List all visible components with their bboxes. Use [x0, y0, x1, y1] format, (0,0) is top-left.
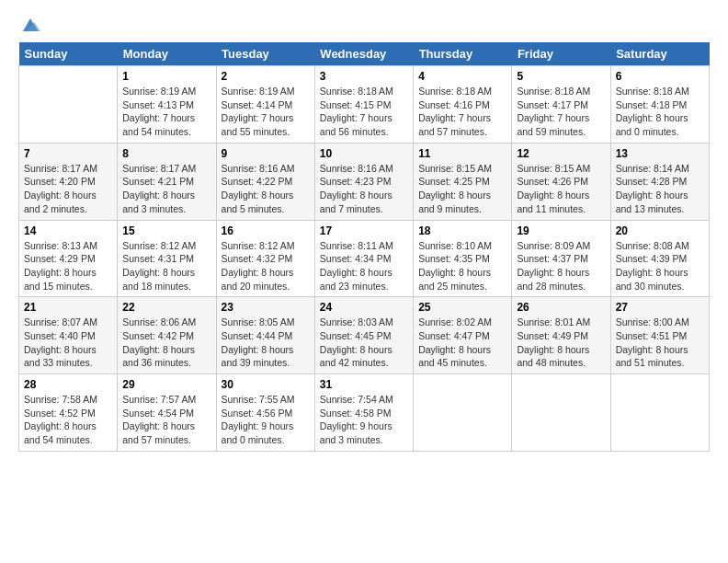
day-info: Sunrise: 8:08 AMSunset: 4:39 PMDaylight:… [616, 239, 704, 293]
day-number: 17 [320, 224, 408, 237]
day-info: Sunrise: 8:02 AMSunset: 4:47 PMDaylight:… [418, 316, 506, 370]
day-info: Sunrise: 7:54 AMSunset: 4:58 PMDaylight:… [320, 393, 408, 447]
calendar-cell: 25Sunrise: 8:02 AMSunset: 4:47 PMDayligh… [414, 297, 512, 374]
day-number: 25 [418, 301, 506, 314]
calendar-cell [19, 66, 118, 144]
calendar-week-row: 28Sunrise: 7:58 AMSunset: 4:52 PMDayligh… [19, 374, 710, 452]
day-number: 22 [122, 301, 210, 314]
calendar-cell: 2Sunrise: 8:19 AMSunset: 4:14 PMDaylight… [216, 66, 314, 144]
day-number: 30 [222, 378, 310, 391]
day-number: 12 [517, 147, 605, 160]
day-number: 13 [616, 147, 704, 160]
calendar-cell [610, 374, 709, 452]
calendar-cell: 10Sunrise: 8:16 AMSunset: 4:23 PMDayligh… [314, 143, 413, 220]
calendar-week-row: 21Sunrise: 8:07 AMSunset: 4:40 PMDayligh… [19, 297, 710, 374]
day-info: Sunrise: 7:55 AMSunset: 4:56 PMDaylight:… [222, 393, 310, 447]
day-number: 31 [320, 378, 408, 391]
calendar-week-row: 7Sunrise: 8:17 AMSunset: 4:20 PMDaylight… [19, 143, 710, 220]
day-number: 5 [517, 70, 605, 83]
day-number: 9 [222, 147, 310, 160]
day-info: Sunrise: 8:16 AMSunset: 4:22 PMDaylight:… [222, 162, 310, 216]
day-number: 11 [418, 147, 506, 160]
day-number: 19 [517, 224, 605, 237]
day-number: 23 [222, 301, 310, 314]
calendar-cell: 28Sunrise: 7:58 AMSunset: 4:52 PMDayligh… [19, 374, 118, 452]
day-number: 2 [222, 70, 310, 83]
calendar-cell: 15Sunrise: 8:12 AMSunset: 4:31 PMDayligh… [118, 220, 216, 297]
calendar-cell [414, 374, 512, 452]
day-number: 20 [616, 224, 704, 237]
calendar: SundayMondayTuesdayWednesdayThursdayFrid… [18, 42, 710, 452]
calendar-cell: 16Sunrise: 8:12 AMSunset: 4:32 PMDayligh… [216, 220, 314, 297]
logo [18, 15, 40, 33]
day-number: 18 [418, 224, 506, 237]
calendar-header-saturday: Saturday [610, 42, 709, 66]
day-info: Sunrise: 8:15 AMSunset: 4:26 PMDaylight:… [517, 162, 605, 216]
calendar-cell: 18Sunrise: 8:10 AMSunset: 4:35 PMDayligh… [414, 220, 512, 297]
calendar-header-thursday: Thursday [414, 42, 512, 66]
calendar-cell: 29Sunrise: 7:57 AMSunset: 4:54 PMDayligh… [118, 374, 216, 452]
logo-icon [20, 15, 40, 35]
calendar-cell: 4Sunrise: 8:18 AMSunset: 4:16 PMDaylight… [414, 66, 512, 144]
calendar-week-row: 14Sunrise: 8:13 AMSunset: 4:29 PMDayligh… [19, 220, 710, 297]
calendar-cell: 22Sunrise: 8:06 AMSunset: 4:42 PMDayligh… [118, 297, 216, 374]
calendar-cell: 12Sunrise: 8:15 AMSunset: 4:26 PMDayligh… [512, 143, 610, 220]
day-number: 7 [24, 147, 112, 160]
header [18, 15, 710, 33]
calendar-cell: 5Sunrise: 8:18 AMSunset: 4:17 PMDaylight… [512, 66, 610, 144]
day-info: Sunrise: 8:06 AMSunset: 4:42 PMDaylight:… [122, 316, 210, 370]
calendar-cell [512, 374, 610, 452]
day-info: Sunrise: 8:17 AMSunset: 4:21 PMDaylight:… [122, 162, 210, 216]
day-info: Sunrise: 8:18 AMSunset: 4:17 PMDaylight:… [517, 85, 605, 139]
page: SundayMondayTuesdayWednesdayThursdayFrid… [0, 0, 728, 461]
day-info: Sunrise: 8:00 AMSunset: 4:51 PMDaylight:… [616, 316, 704, 370]
calendar-header-row: SundayMondayTuesdayWednesdayThursdayFrid… [19, 42, 710, 66]
day-info: Sunrise: 8:10 AMSunset: 4:35 PMDaylight:… [418, 239, 506, 293]
day-number: 15 [122, 224, 210, 237]
day-info: Sunrise: 7:58 AMSunset: 4:52 PMDaylight:… [24, 393, 112, 447]
day-info: Sunrise: 8:11 AMSunset: 4:34 PMDaylight:… [320, 239, 408, 293]
day-info: Sunrise: 8:12 AMSunset: 4:32 PMDaylight:… [222, 239, 310, 293]
day-number: 4 [418, 70, 506, 83]
day-number: 3 [320, 70, 408, 83]
calendar-cell: 8Sunrise: 8:17 AMSunset: 4:21 PMDaylight… [118, 143, 216, 220]
day-info: Sunrise: 8:16 AMSunset: 4:23 PMDaylight:… [320, 162, 408, 216]
calendar-cell: 21Sunrise: 8:07 AMSunset: 4:40 PMDayligh… [19, 297, 118, 374]
day-number: 10 [320, 147, 408, 160]
day-info: Sunrise: 8:01 AMSunset: 4:49 PMDaylight:… [517, 316, 605, 370]
calendar-header-friday: Friday [512, 42, 610, 66]
calendar-cell: 6Sunrise: 8:18 AMSunset: 4:18 PMDaylight… [610, 66, 709, 144]
calendar-cell: 30Sunrise: 7:55 AMSunset: 4:56 PMDayligh… [216, 374, 314, 452]
day-number: 28 [24, 378, 112, 391]
calendar-cell: 13Sunrise: 8:14 AMSunset: 4:28 PMDayligh… [610, 143, 709, 220]
day-number: 16 [222, 224, 310, 237]
day-info: Sunrise: 7:57 AMSunset: 4:54 PMDaylight:… [122, 393, 210, 447]
day-info: Sunrise: 8:19 AMSunset: 4:14 PMDaylight:… [222, 85, 310, 139]
calendar-cell: 9Sunrise: 8:16 AMSunset: 4:22 PMDaylight… [216, 143, 314, 220]
calendar-cell: 7Sunrise: 8:17 AMSunset: 4:20 PMDaylight… [19, 143, 118, 220]
day-number: 14 [24, 224, 112, 237]
calendar-header-sunday: Sunday [19, 42, 118, 66]
calendar-cell: 20Sunrise: 8:08 AMSunset: 4:39 PMDayligh… [610, 220, 709, 297]
day-number: 27 [616, 301, 704, 314]
day-info: Sunrise: 8:14 AMSunset: 4:28 PMDaylight:… [616, 162, 704, 216]
day-info: Sunrise: 8:18 AMSunset: 4:18 PMDaylight:… [616, 85, 704, 139]
calendar-cell: 19Sunrise: 8:09 AMSunset: 4:37 PMDayligh… [512, 220, 610, 297]
calendar-header-wednesday: Wednesday [314, 42, 413, 66]
calendar-header-monday: Monday [118, 42, 216, 66]
calendar-cell: 24Sunrise: 8:03 AMSunset: 4:45 PMDayligh… [314, 297, 413, 374]
day-info: Sunrise: 8:18 AMSunset: 4:16 PMDaylight:… [418, 85, 506, 139]
calendar-cell: 31Sunrise: 7:54 AMSunset: 4:58 PMDayligh… [314, 374, 413, 452]
calendar-cell: 14Sunrise: 8:13 AMSunset: 4:29 PMDayligh… [19, 220, 118, 297]
day-number: 6 [616, 70, 704, 83]
day-info: Sunrise: 8:03 AMSunset: 4:45 PMDaylight:… [320, 316, 408, 370]
day-info: Sunrise: 8:07 AMSunset: 4:40 PMDaylight:… [24, 316, 112, 370]
calendar-cell: 26Sunrise: 8:01 AMSunset: 4:49 PMDayligh… [512, 297, 610, 374]
calendar-cell: 1Sunrise: 8:19 AMSunset: 4:13 PMDaylight… [118, 66, 216, 144]
day-info: Sunrise: 8:17 AMSunset: 4:20 PMDaylight:… [24, 162, 112, 216]
calendar-cell: 27Sunrise: 8:00 AMSunset: 4:51 PMDayligh… [610, 297, 709, 374]
day-number: 21 [24, 301, 112, 314]
day-info: Sunrise: 8:19 AMSunset: 4:13 PMDaylight:… [122, 85, 210, 139]
day-info: Sunrise: 8:15 AMSunset: 4:25 PMDaylight:… [418, 162, 506, 216]
day-info: Sunrise: 8:09 AMSunset: 4:37 PMDaylight:… [517, 239, 605, 293]
